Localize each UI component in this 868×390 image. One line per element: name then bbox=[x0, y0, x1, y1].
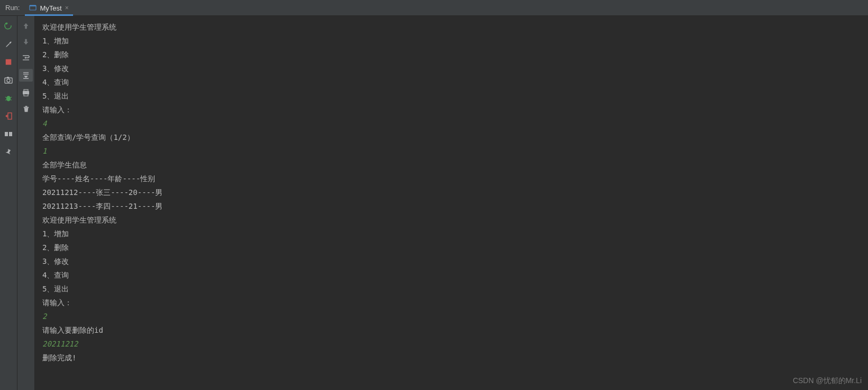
svg-marker-16 bbox=[24, 57, 26, 59]
up-arrow-icon[interactable] bbox=[21, 21, 31, 31]
console-output-line: 全部查询/学号查询（1/2） bbox=[42, 130, 861, 144]
exit-icon[interactable] bbox=[4, 111, 13, 121]
svg-point-5 bbox=[7, 79, 10, 82]
svg-point-7 bbox=[6, 96, 11, 101]
run-config-icon bbox=[29, 4, 37, 12]
watermark: CSDN @忧郁的Mr.Li bbox=[793, 376, 862, 386]
console-output-line: 欢迎使用学生管理系统 bbox=[42, 213, 861, 227]
svg-marker-13 bbox=[5, 114, 7, 118]
close-icon[interactable]: × bbox=[65, 4, 69, 12]
down-arrow-icon[interactable] bbox=[21, 37, 31, 47]
svg-line-11 bbox=[10, 100, 12, 100]
console-output-line: 4、查询 bbox=[42, 75, 861, 89]
wrench-icon[interactable] bbox=[4, 39, 13, 49]
console-output-line: 欢迎使用学生管理系统 bbox=[42, 20, 861, 34]
soft-wrap-icon[interactable] bbox=[21, 53, 31, 63]
console-output-line: 全部学生信息 bbox=[42, 158, 861, 172]
console-output-line: 5、退出 bbox=[42, 282, 861, 296]
console-output-line: 2、删除 bbox=[42, 48, 861, 61]
console-output-line: 4、查询 bbox=[42, 268, 861, 282]
console-input-line: 1 bbox=[42, 144, 861, 158]
console-input-line: 20211212 bbox=[42, 337, 861, 351]
rerun-icon[interactable] bbox=[4, 21, 13, 31]
secondary-toolbar bbox=[17, 16, 35, 390]
svg-rect-12 bbox=[8, 113, 12, 119]
svg-line-10 bbox=[5, 100, 7, 100]
console-output[interactable]: 欢迎使用学生管理系统1、增加2、删除3、修改4、查询5、退出请输入：4全部查询/… bbox=[35, 16, 868, 390]
console-output-line: 20211212----张三----20----男 bbox=[42, 185, 861, 199]
svg-line-8 bbox=[5, 97, 7, 98]
svg-rect-15 bbox=[9, 132, 12, 136]
svg-rect-26 bbox=[25, 105, 27, 107]
camera-icon[interactable] bbox=[4, 75, 13, 85]
layout-icon[interactable] bbox=[4, 129, 13, 139]
console-output-line: 3、修改 bbox=[42, 254, 861, 268]
console-output-line: 请输入要删除的id bbox=[42, 323, 861, 337]
console-output-line: 删除完成! bbox=[42, 351, 861, 365]
console-input-line: 2 bbox=[42, 309, 861, 323]
console-input-line: 4 bbox=[42, 117, 861, 130]
console-output-line: 1、增加 bbox=[42, 227, 861, 241]
run-tab[interactable]: MyTest × bbox=[25, 2, 73, 16]
debug-icon[interactable] bbox=[4, 93, 13, 103]
svg-rect-3 bbox=[6, 59, 12, 65]
svg-rect-6 bbox=[7, 77, 9, 78]
svg-rect-22 bbox=[24, 90, 28, 91]
svg-rect-25 bbox=[23, 107, 28, 108]
svg-marker-20 bbox=[24, 76, 28, 78]
console-output-line: 请输入： bbox=[42, 103, 861, 117]
console-output-line: 5、退出 bbox=[42, 89, 861, 103]
console-output-line: 3、修改 bbox=[42, 61, 861, 75]
run-tool-header: Run: MyTest × bbox=[0, 0, 868, 16]
trash-icon[interactable] bbox=[21, 104, 31, 113]
svg-line-9 bbox=[10, 97, 12, 98]
scroll-to-end-icon[interactable] bbox=[19, 69, 33, 82]
primary-toolbar bbox=[0, 16, 17, 390]
console-output-line: 请输入： bbox=[42, 296, 861, 309]
svg-rect-14 bbox=[5, 132, 8, 136]
print-icon[interactable] bbox=[21, 88, 31, 98]
pin-icon[interactable] bbox=[4, 147, 13, 157]
stop-icon[interactable] bbox=[4, 57, 13, 67]
tab-label: MyTest bbox=[40, 4, 61, 12]
console-output-line: 1、增加 bbox=[42, 34, 861, 48]
run-label: Run: bbox=[0, 4, 25, 12]
console-output-line: 20211213----李四----21----男 bbox=[42, 199, 861, 213]
svg-rect-1 bbox=[30, 5, 36, 6]
console-output-line: 2、删除 bbox=[42, 241, 861, 254]
console-output-line: 学号----姓名----年龄----性别 bbox=[42, 172, 861, 185]
